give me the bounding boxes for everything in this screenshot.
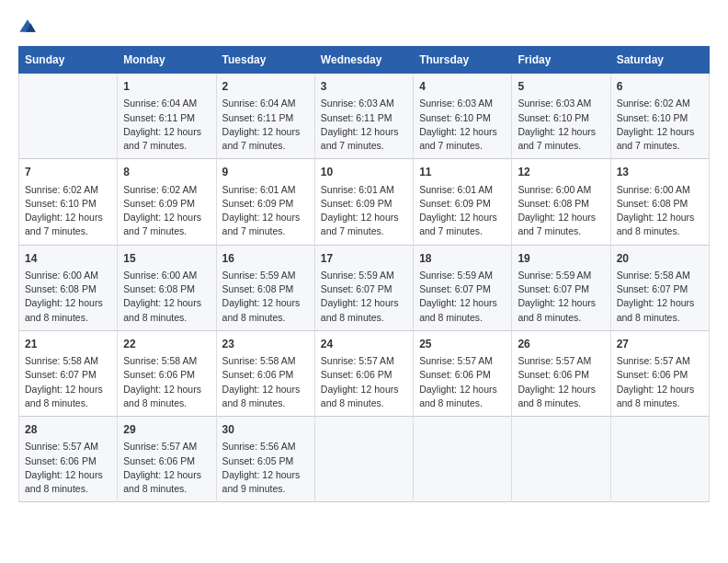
day-number: 12	[518, 165, 604, 180]
day-info: Sunrise: 5:57 AM Sunset: 6:06 PM Dayligh…	[123, 440, 210, 496]
day-number: 20	[617, 251, 703, 267]
calendar-cell: 23Sunrise: 5:58 AM Sunset: 6:06 PM Dayli…	[216, 330, 314, 416]
calendar-cell	[512, 417, 610, 502]
day-number: 6	[617, 79, 703, 95]
day-info: Sunrise: 5:59 AM Sunset: 6:07 PM Dayligh…	[419, 269, 506, 325]
day-info: Sunrise: 6:03 AM Sunset: 6:10 PM Dayligh…	[419, 97, 506, 153]
calendar-cell: 4Sunrise: 6:03 AM Sunset: 6:10 PM Daylig…	[414, 74, 512, 159]
day-number: 26	[518, 337, 604, 352]
weekday-header: Friday	[512, 47, 610, 74]
day-info: Sunrise: 6:02 AM Sunset: 6:09 PM Dayligh…	[123, 183, 210, 239]
day-info: Sunrise: 6:01 AM Sunset: 6:09 PM Dayligh…	[222, 183, 309, 239]
calendar-cell: 16Sunrise: 5:59 AM Sunset: 6:08 PM Dayli…	[216, 245, 314, 330]
calendar-cell: 17Sunrise: 5:59 AM Sunset: 6:07 PM Dayli…	[314, 245, 413, 330]
calendar-cell: 21Sunrise: 5:58 AM Sunset: 6:07 PM Dayli…	[19, 330, 118, 416]
logo-icon	[18, 18, 37, 37]
day-info: Sunrise: 6:00 AM Sunset: 6:08 PM Dayligh…	[25, 269, 111, 325]
calendar-week-row: 14Sunrise: 6:00 AM Sunset: 6:08 PM Dayli…	[19, 245, 710, 330]
day-info: Sunrise: 5:59 AM Sunset: 6:07 PM Dayligh…	[321, 269, 407, 325]
day-info: Sunrise: 6:00 AM Sunset: 6:08 PM Dayligh…	[617, 183, 703, 239]
day-info: Sunrise: 5:58 AM Sunset: 6:06 PM Dayligh…	[222, 354, 309, 410]
day-info: Sunrise: 6:04 AM Sunset: 6:11 PM Dayligh…	[222, 97, 309, 153]
calendar-cell: 25Sunrise: 5:57 AM Sunset: 6:06 PM Dayli…	[414, 330, 512, 416]
calendar-cell: 6Sunrise: 6:02 AM Sunset: 6:10 PM Daylig…	[610, 74, 709, 159]
day-number: 5	[518, 79, 604, 95]
day-number: 29	[123, 422, 210, 438]
day-info: Sunrise: 6:01 AM Sunset: 6:09 PM Dayligh…	[419, 183, 506, 239]
day-number: 7	[25, 165, 111, 180]
calendar-cell: 14Sunrise: 6:00 AM Sunset: 6:08 PM Dayli…	[19, 245, 118, 330]
calendar-cell: 20Sunrise: 5:58 AM Sunset: 6:07 PM Dayli…	[610, 245, 709, 330]
day-number: 25	[419, 337, 506, 352]
calendar-cell: 9Sunrise: 6:01 AM Sunset: 6:09 PM Daylig…	[216, 159, 314, 245]
calendar-cell: 3Sunrise: 6:03 AM Sunset: 6:11 PM Daylig…	[314, 74, 413, 159]
calendar-cell: 7Sunrise: 6:02 AM Sunset: 6:10 PM Daylig…	[19, 159, 118, 245]
day-number: 8	[123, 165, 210, 180]
page-header	[18, 18, 710, 37]
calendar-cell: 1Sunrise: 6:04 AM Sunset: 6:11 PM Daylig…	[118, 74, 216, 159]
calendar-week-row: 21Sunrise: 5:58 AM Sunset: 6:07 PM Dayli…	[19, 330, 710, 416]
calendar-cell	[610, 417, 709, 502]
day-number: 3	[321, 79, 407, 95]
day-number: 9	[222, 165, 309, 180]
day-info: Sunrise: 5:57 AM Sunset: 6:06 PM Dayligh…	[518, 354, 604, 410]
calendar-cell: 27Sunrise: 5:57 AM Sunset: 6:06 PM Dayli…	[610, 330, 709, 416]
calendar-cell	[414, 417, 512, 502]
calendar-week-row: 1Sunrise: 6:04 AM Sunset: 6:11 PM Daylig…	[19, 74, 710, 159]
calendar-cell: 10Sunrise: 6:01 AM Sunset: 6:09 PM Dayli…	[314, 159, 413, 245]
day-number: 18	[419, 251, 506, 267]
day-info: Sunrise: 5:57 AM Sunset: 6:06 PM Dayligh…	[25, 440, 111, 496]
calendar-cell: 8Sunrise: 6:02 AM Sunset: 6:09 PM Daylig…	[118, 159, 216, 245]
day-number: 13	[617, 165, 703, 180]
day-info: Sunrise: 6:02 AM Sunset: 6:10 PM Dayligh…	[25, 183, 111, 239]
calendar-cell: 11Sunrise: 6:01 AM Sunset: 6:09 PM Dayli…	[414, 159, 512, 245]
day-info: Sunrise: 5:58 AM Sunset: 6:07 PM Dayligh…	[617, 269, 703, 325]
day-info: Sunrise: 5:57 AM Sunset: 6:06 PM Dayligh…	[617, 354, 703, 410]
day-number: 15	[123, 251, 210, 267]
calendar-header-row: SundayMondayTuesdayWednesdayThursdayFrid…	[19, 47, 710, 74]
day-number: 1	[123, 79, 210, 95]
calendar-week-row: 7Sunrise: 6:02 AM Sunset: 6:10 PM Daylig…	[19, 159, 710, 245]
calendar-cell: 29Sunrise: 5:57 AM Sunset: 6:06 PM Dayli…	[118, 417, 216, 502]
calendar-cell: 24Sunrise: 5:57 AM Sunset: 6:06 PM Dayli…	[314, 330, 413, 416]
day-info: Sunrise: 5:56 AM Sunset: 6:05 PM Dayligh…	[222, 440, 309, 496]
day-number: 27	[617, 337, 703, 352]
calendar-week-row: 28Sunrise: 5:57 AM Sunset: 6:06 PM Dayli…	[19, 417, 710, 502]
calendar-cell: 12Sunrise: 6:00 AM Sunset: 6:08 PM Dayli…	[512, 159, 610, 245]
day-number: 14	[25, 251, 111, 267]
day-info: Sunrise: 5:58 AM Sunset: 6:07 PM Dayligh…	[25, 354, 111, 410]
calendar-table: SundayMondayTuesdayWednesdayThursdayFrid…	[18, 46, 710, 502]
day-number: 10	[321, 165, 407, 180]
calendar-cell: 22Sunrise: 5:58 AM Sunset: 6:06 PM Dayli…	[118, 330, 216, 416]
day-number: 21	[25, 337, 111, 352]
calendar-cell: 2Sunrise: 6:04 AM Sunset: 6:11 PM Daylig…	[216, 74, 314, 159]
day-number: 22	[123, 337, 210, 352]
day-info: Sunrise: 6:02 AM Sunset: 6:10 PM Dayligh…	[617, 97, 703, 153]
calendar-cell: 5Sunrise: 6:03 AM Sunset: 6:10 PM Daylig…	[512, 74, 610, 159]
day-number: 28	[25, 422, 111, 438]
weekday-header: Tuesday	[216, 47, 314, 74]
weekday-header: Wednesday	[314, 47, 413, 74]
calendar-cell: 26Sunrise: 5:57 AM Sunset: 6:06 PM Dayli…	[512, 330, 610, 416]
day-info: Sunrise: 5:57 AM Sunset: 6:06 PM Dayligh…	[419, 354, 506, 410]
day-info: Sunrise: 5:59 AM Sunset: 6:08 PM Dayligh…	[222, 269, 309, 325]
day-number: 23	[222, 337, 309, 352]
day-number: 17	[321, 251, 407, 267]
weekday-header: Sunday	[19, 47, 118, 74]
day-number: 30	[222, 422, 309, 438]
day-info: Sunrise: 6:00 AM Sunset: 6:08 PM Dayligh…	[518, 183, 604, 239]
calendar-cell: 18Sunrise: 5:59 AM Sunset: 6:07 PM Dayli…	[414, 245, 512, 330]
calendar-cell: 13Sunrise: 6:00 AM Sunset: 6:08 PM Dayli…	[610, 159, 709, 245]
day-number: 4	[419, 79, 506, 95]
day-info: Sunrise: 6:04 AM Sunset: 6:11 PM Dayligh…	[123, 97, 210, 153]
weekday-header: Thursday	[414, 47, 512, 74]
weekday-header: Saturday	[610, 47, 709, 74]
day-info: Sunrise: 6:03 AM Sunset: 6:10 PM Dayligh…	[518, 97, 604, 153]
day-info: Sunrise: 5:58 AM Sunset: 6:06 PM Dayligh…	[123, 354, 210, 410]
calendar-cell	[19, 74, 118, 159]
weekday-header: Monday	[118, 47, 216, 74]
day-number: 11	[419, 165, 506, 180]
calendar-cell: 19Sunrise: 5:59 AM Sunset: 6:07 PM Dayli…	[512, 245, 610, 330]
day-info: Sunrise: 6:03 AM Sunset: 6:11 PM Dayligh…	[321, 97, 407, 153]
day-number: 19	[518, 251, 604, 267]
